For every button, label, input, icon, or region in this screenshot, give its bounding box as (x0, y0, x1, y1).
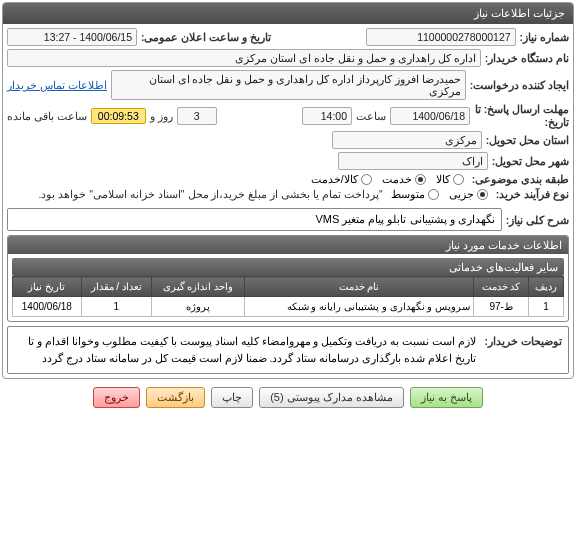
deadline-label: مهلت ارسال پاسخ: تا تاریخ: (474, 103, 569, 128)
buyer-org-value: اداره کل راهداری و حمل و نقل جاده ای است… (7, 49, 481, 67)
province-label: استان محل تحویل: (486, 134, 569, 146)
requester-label: ایجاد کننده درخواست: (470, 79, 569, 91)
subject-class-group: کالا خدمت کالا/خدمت (307, 173, 468, 185)
table-row: 1 ط-97 سرویس و نگهداری و پشتیبانی رایانه… (13, 297, 564, 317)
announce-label: تاریخ و ساعت اعلان عمومی: (141, 31, 271, 43)
td-unit: پروژه (151, 297, 244, 317)
province-value: مرکزی (332, 131, 482, 149)
td-name: سرویس و نگهداری و پشتیبانی رایانه و شبکه (245, 297, 474, 317)
radio-medium[interactable]: متوسط (387, 188, 443, 200)
th-qty: تعداد / مقدار (81, 277, 151, 297)
buyer-notes-text: لازم است نسبت به دریافت وتکمیل و مهروامض… (14, 333, 476, 367)
radio-partial[interactable]: جزیی (445, 188, 492, 200)
radio-service[interactable]: خدمت (378, 173, 430, 185)
td-date: 1400/06/18 (13, 297, 82, 317)
services-panel: اطلاعات خدمات مورد نیاز سایر فعالیت‌های … (7, 235, 569, 322)
buyer-org-label: نام دستگاه خریدار: (485, 52, 569, 64)
days-label: روز و (150, 110, 173, 122)
td-row: 1 (529, 297, 564, 317)
radio-goods[interactable]: کالا (432, 173, 468, 185)
exit-button[interactable]: خروج (93, 387, 140, 408)
days-value: 3 (177, 107, 217, 125)
print-button[interactable]: چاپ (211, 387, 253, 408)
radio-goods-service[interactable]: کالا/خدمت (307, 173, 376, 185)
remaining-label: ساعت باقی مانده (7, 110, 87, 122)
subject-class-label: طبقه بندی موضوعی: (472, 173, 569, 185)
respond-button[interactable]: پاسخ به نیاز (410, 387, 483, 408)
td-code: ط-97 (474, 297, 529, 317)
buyer-notes-box: توضیحات خریدار: لازم است نسبت به دریافت … (7, 326, 569, 374)
activities-header: سایر فعالیت‌های خدماتی (12, 258, 564, 276)
announce-value: 1400/06/15 - 13:27 (7, 28, 137, 46)
need-title-label: شرح کلی نیاز: (506, 214, 569, 226)
city-label: شهر محل تحویل: (492, 155, 569, 167)
need-no-label: شماره نیاز: (520, 31, 569, 43)
process-type-label: نوع فرآیند خرید: (496, 188, 569, 200)
requester-value: حمیدرضا افروز کارپرداز اداره کل راهداری … (111, 70, 466, 100)
need-no-value: 1100000278000127 (366, 28, 516, 46)
panel-title: جزئیات اطلاعات نیاز (3, 3, 573, 24)
attachments-button[interactable]: مشاهده مدارک پیوستی (5) (259, 387, 404, 408)
th-code: کد خدمت (474, 277, 529, 297)
need-title-value: نگهداری و پشتیبانی تابلو پیام متغیر VMS (7, 208, 502, 231)
services-table: ردیف کد خدمت نام خدمت واحد اندازه گیری ت… (12, 276, 564, 317)
countdown-value: 00:09:53 (91, 108, 146, 124)
deadline-time: 14:00 (302, 107, 352, 125)
th-row: ردیف (529, 277, 564, 297)
buyer-notes-label: توضیحات خریدار: (484, 333, 562, 367)
th-name: نام خدمت (245, 277, 474, 297)
services-panel-title: اطلاعات خدمات مورد نیاز (8, 236, 568, 254)
process-note: "پرداخت تمام یا بخشی از مبلغ خرید،از محل… (7, 188, 383, 200)
city-value: اراک (338, 152, 488, 170)
deadline-date: 1400/06/18 (390, 107, 470, 125)
back-button[interactable]: بازگشت (146, 387, 205, 408)
td-qty: 1 (81, 297, 151, 317)
button-bar: پاسخ به نیاز مشاهده مدارک پیوستی (5) چاپ… (0, 381, 576, 414)
time-label-1: ساعت (356, 110, 386, 122)
details-panel: جزئیات اطلاعات نیاز شماره نیاز: 11000002… (2, 2, 574, 379)
process-type-group: جزیی متوسط (387, 188, 492, 200)
th-unit: واحد اندازه گیری (151, 277, 244, 297)
th-date: تاریخ نیاز (13, 277, 82, 297)
panel-body: شماره نیاز: 1100000278000127 تاریخ و ساع… (3, 24, 573, 378)
contact-link[interactable]: اطلاعات تماس خریدار (7, 79, 107, 91)
